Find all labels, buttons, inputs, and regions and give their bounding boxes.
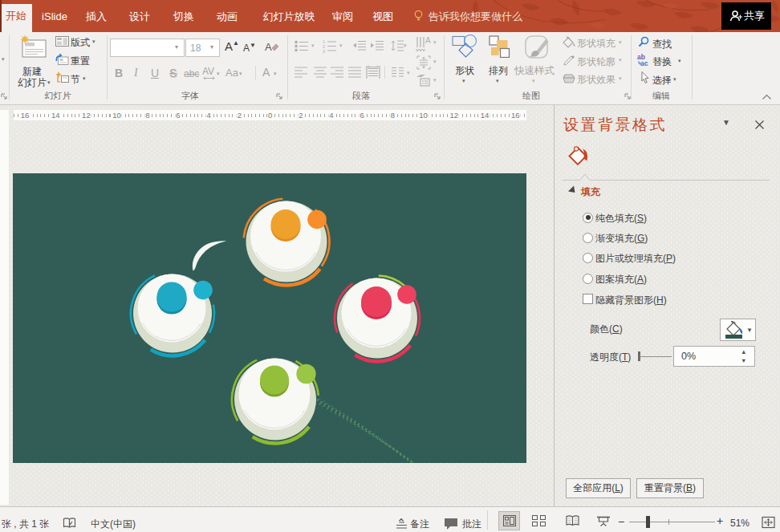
svg-text:3: 3 <box>323 49 325 53</box>
svg-text:AV: AV <box>202 67 214 77</box>
svg-text:A: A <box>425 36 431 45</box>
svg-text:ac: ac <box>640 59 648 67</box>
svg-text:A: A <box>265 41 272 53</box>
